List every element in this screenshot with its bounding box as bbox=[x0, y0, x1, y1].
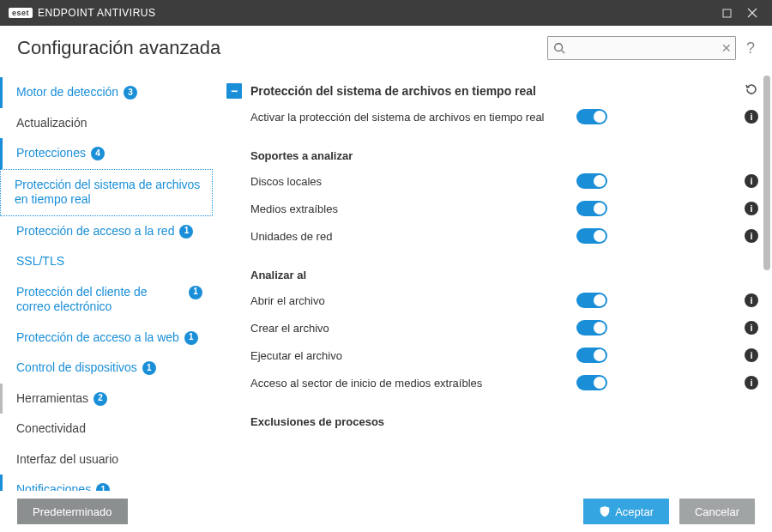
row-open-file: Abrir el archivo i bbox=[226, 287, 758, 314]
subhead-media: Soportes a analizar bbox=[226, 130, 758, 167]
titlebar: eset ENDPOINT ANTIVIRUS bbox=[0, 0, 772, 26]
info-icon[interactable]: i bbox=[745, 174, 758, 188]
svg-rect-0 bbox=[723, 9, 731, 17]
toggle-network-drives[interactable] bbox=[576, 228, 607, 244]
info-icon[interactable]: i bbox=[745, 293, 758, 307]
info-icon[interactable]: i bbox=[745, 321, 758, 335]
row-execute-file: Ejecutar el archivo i bbox=[226, 342, 758, 369]
collapse-icon[interactable]: − bbox=[226, 83, 242, 99]
toggle-create-file[interactable] bbox=[576, 320, 607, 336]
sidebar-item-realtime-fs[interactable]: Protección del sistema de archivos en ti… bbox=[0, 169, 213, 216]
content-pane: − Protección del sistema de archivos en … bbox=[226, 76, 762, 511]
sidebar-item-protections[interactable]: Protecciones 4 bbox=[0, 138, 213, 169]
sidebar-item-detection-engine[interactable]: Motor de detección 3 bbox=[0, 77, 213, 108]
section-title: Protección del sistema de archivos en ti… bbox=[250, 84, 745, 98]
svg-point-3 bbox=[555, 44, 563, 51]
nav-badge: 1 bbox=[142, 361, 156, 375]
nav-badge: 4 bbox=[91, 147, 105, 160]
sidebar-item-ssl-tls[interactable]: SSL/TLS bbox=[0, 246, 213, 277]
info-icon[interactable]: i bbox=[745, 110, 758, 124]
info-icon[interactable]: i bbox=[745, 376, 758, 390]
nav-badge: 1 bbox=[189, 286, 202, 299]
shield-icon bbox=[599, 505, 611, 517]
help-button[interactable]: ? bbox=[746, 39, 755, 57]
subhead-scanon: Analizar al bbox=[226, 250, 758, 287]
toggle-local-disks[interactable] bbox=[576, 173, 607, 189]
scrollbar-thumb[interactable] bbox=[763, 76, 770, 270]
subhead-exclusions: Exclusiones de procesos bbox=[226, 396, 758, 433]
sidebar-item-network-access[interactable]: Protección de acceso a la red 1 bbox=[0, 216, 213, 247]
cancel-button[interactable]: Cancelar bbox=[679, 499, 755, 524]
nav-badge: 3 bbox=[124, 86, 137, 100]
search-box[interactable]: ✕ bbox=[547, 36, 736, 60]
sidebar-item-web-access[interactable]: Protección de acceso a la web 1 bbox=[0, 323, 213, 354]
row-boot-sector: Acceso al sector de inicio de medios ext… bbox=[226, 369, 758, 396]
sidebar-item-connectivity[interactable]: Conectividad bbox=[0, 414, 213, 444]
sidebar-item-device-control[interactable]: Control de dispositivos 1 bbox=[0, 353, 213, 384]
revert-icon[interactable] bbox=[745, 82, 758, 100]
sidebar-item-email-client[interactable]: Protección del cliente de correo electró… bbox=[0, 277, 213, 323]
page-header: Configuración avanzada ✕ ? bbox=[0, 26, 772, 72]
search-input[interactable] bbox=[565, 42, 720, 55]
nav-badge: 2 bbox=[93, 392, 107, 406]
row-network-drives: Unidades de red i bbox=[226, 222, 758, 250]
sidebar-item-update[interactable]: Actualización bbox=[0, 108, 213, 139]
nav-badge: 1 bbox=[179, 225, 193, 239]
search-icon bbox=[553, 42, 565, 54]
logo-badge: eset bbox=[9, 8, 33, 18]
info-icon[interactable]: i bbox=[745, 348, 758, 362]
default-button[interactable]: Predeterminado bbox=[17, 499, 128, 524]
toggle-enable-realtime[interactable] bbox=[576, 109, 607, 124]
toggle-open-file[interactable] bbox=[576, 293, 607, 308]
toggle-boot-sector[interactable] bbox=[576, 375, 607, 390]
clear-search-icon[interactable]: ✕ bbox=[720, 41, 733, 55]
scrollbar[interactable] bbox=[763, 76, 770, 508]
accept-button[interactable]: Aceptar bbox=[583, 499, 669, 524]
window-maximize-icon[interactable] bbox=[714, 0, 739, 26]
row-create-file: Crear el archivo i bbox=[226, 314, 758, 342]
sidebar: Motor de detección 3 Actualización Prote… bbox=[0, 72, 213, 511]
sidebar-item-ui[interactable]: Interfaz del usuario bbox=[0, 444, 213, 475]
info-icon[interactable]: i bbox=[745, 229, 758, 243]
sidebar-item-tools[interactable]: Herramientas 2 bbox=[0, 384, 213, 414]
page-title: Configuración avanzada bbox=[17, 37, 220, 59]
row-enable-realtime: Activar la protección del sistema de arc… bbox=[226, 103, 758, 130]
nav-badge: 1 bbox=[184, 331, 198, 345]
toggle-execute-file[interactable] bbox=[576, 348, 607, 363]
window-title: ENDPOINT ANTIVIRUS bbox=[38, 7, 155, 19]
row-removable-media: Medios extraíbles i bbox=[226, 195, 758, 222]
toggle-removable-media[interactable] bbox=[576, 201, 607, 216]
info-icon[interactable]: i bbox=[745, 202, 758, 215]
row-local-disks: Discos locales i bbox=[226, 167, 758, 195]
svg-line-4 bbox=[562, 51, 565, 54]
window-close-icon[interactable] bbox=[739, 0, 765, 26]
footer: Predeterminado Aceptar Cancelar bbox=[0, 491, 772, 532]
